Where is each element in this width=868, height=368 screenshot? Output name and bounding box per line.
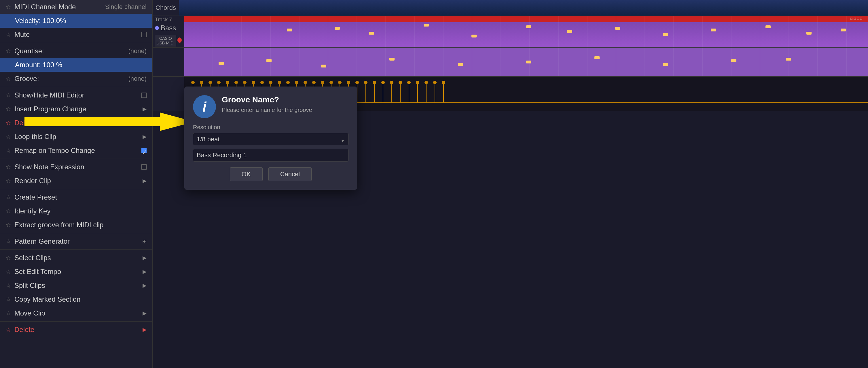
svg-point-27 bbox=[304, 81, 307, 84]
menu-item-render-clip[interactable]: ☆ Render Clip ▶ bbox=[0, 174, 152, 188]
menu-label-velocity: Velocity: 100.0% bbox=[6, 17, 66, 25]
midi-note-2 bbox=[267, 59, 272, 62]
resolution-select[interactable]: 1/8 beat 1/16 beat 1/4 beat bbox=[193, 133, 348, 145]
menu-label-render-clip: Render Clip bbox=[14, 177, 51, 185]
menu-label-identify-key: Identify Key bbox=[14, 207, 51, 215]
svg-point-23 bbox=[286, 81, 289, 84]
midi-note bbox=[841, 29, 846, 31]
note-expr-checkbox[interactable] bbox=[142, 164, 147, 170]
chords-track: Chords bbox=[153, 0, 868, 16]
arrow-icon-render: ▶ bbox=[143, 178, 147, 184]
dialog-buttons: OK Cancel bbox=[193, 167, 348, 181]
svg-point-45 bbox=[381, 81, 384, 84]
menu-item-set-tempo[interactable]: ☆ Set Edit Tempo ▶ bbox=[0, 265, 152, 279]
midi-note-2 bbox=[731, 59, 736, 62]
star-icon-copy: ☆ bbox=[6, 296, 11, 303]
arrow-icon-select: ▶ bbox=[143, 255, 147, 261]
clip-icon-4: □ bbox=[860, 17, 862, 21]
menu-item-copy-marked[interactable]: ☆ Copy Marked Section bbox=[0, 292, 152, 306]
ok-button[interactable]: OK bbox=[230, 167, 262, 181]
star-icon-groove: ☆ bbox=[6, 75, 11, 82]
svg-point-57 bbox=[433, 81, 436, 84]
svg-point-5 bbox=[209, 81, 212, 84]
svg-point-43 bbox=[373, 81, 376, 84]
svg-point-13 bbox=[243, 81, 246, 84]
clip-icon-3: □ bbox=[857, 17, 859, 21]
star-icon-identify: ☆ bbox=[6, 208, 11, 215]
menu-item-velocity[interactable]: Velocity: 100.0% bbox=[0, 14, 152, 28]
menu-item-midi-channel[interactable]: ☆ MIDI Channel Mode Single channel bbox=[0, 0, 152, 14]
menu-item-move-clip[interactable]: ☆ Move Clip ▶ bbox=[0, 306, 152, 320]
star-icon: ☆ bbox=[6, 3, 11, 10]
menu-label-remap-tempo: Remap on Tempo Change bbox=[14, 146, 95, 154]
midi-note bbox=[471, 35, 476, 37]
arrow-icon-del: ▶ bbox=[143, 327, 147, 333]
bass-label: Bass bbox=[155, 24, 182, 32]
menu-item-split-clips[interactable]: ☆ Split Clips ▶ bbox=[0, 279, 152, 292]
star-icon-set-tempo: ☆ bbox=[6, 268, 11, 275]
midi-note-2 bbox=[458, 63, 463, 66]
star-icon-mute: ☆ bbox=[6, 31, 11, 38]
star-icon-split: ☆ bbox=[6, 282, 11, 289]
menu-item-note-expr[interactable]: ☆ Show Note Expression bbox=[0, 160, 152, 174]
menu-item-delete[interactable]: ☆ Delete ▶ bbox=[0, 323, 152, 337]
arrow-icon-split: ▶ bbox=[143, 282, 147, 289]
menu-item-pattern-gen[interactable]: ☆ Pattern Generator ⊞ bbox=[0, 234, 152, 248]
red-clip-bar: □ □ □ □ bbox=[184, 16, 868, 22]
menu-label-create-preset: Create Preset bbox=[14, 193, 57, 201]
second-track-content bbox=[184, 48, 868, 76]
menu-item-create-preset[interactable]: ☆ Create Preset bbox=[0, 190, 152, 204]
clip-icon-1: □ bbox=[850, 17, 852, 21]
menu-item-remap-tempo[interactable]: ☆ Remap on Tempo Change ✓ bbox=[0, 144, 152, 158]
menu-item-extract-groove[interactable]: ☆ Extract groove from MIDI clip bbox=[0, 218, 152, 232]
menu-item-select-clips[interactable]: ☆ Select Clips ▶ bbox=[0, 251, 152, 265]
star-icon-del: ☆ bbox=[6, 326, 11, 333]
menu-label-show-hide-midi: Show/Hide MIDI Editor bbox=[14, 91, 84, 99]
arrow-icon-move: ▶ bbox=[143, 310, 147, 316]
mute-checkbox[interactable] bbox=[142, 32, 147, 37]
menu-label-note-expr: Show Note Expression bbox=[14, 163, 84, 171]
menu-value-midi-channel: Single channel bbox=[105, 3, 147, 11]
menu-item-mute[interactable]: ☆ Mute bbox=[0, 28, 152, 41]
midi-note bbox=[711, 29, 716, 31]
groove-name-input[interactable] bbox=[193, 149, 348, 162]
svg-point-19 bbox=[269, 81, 272, 84]
menu-item-groove[interactable]: ☆ Groove: (none) bbox=[0, 72, 152, 86]
remap-checkbox[interactable]: ✓ bbox=[142, 148, 147, 153]
star-icon-create-preset: ☆ bbox=[6, 194, 11, 201]
midi-note bbox=[766, 25, 771, 28]
svg-point-37 bbox=[347, 81, 350, 84]
menu-label-loop-clip: Loop this Clip bbox=[14, 133, 56, 141]
menu-item-show-hide-midi[interactable]: ☆ Show/Hide MIDI Editor bbox=[0, 88, 152, 102]
star-icon-quantise: ☆ bbox=[6, 48, 11, 55]
clip-icon-2: □ bbox=[854, 17, 856, 21]
menu-item-identify-key[interactable]: ☆ Identify Key bbox=[0, 204, 152, 218]
resolution-select-wrapper: 1/8 beat 1/16 beat 1/4 beat bbox=[193, 133, 348, 149]
second-track-row bbox=[153, 48, 868, 77]
menu-label-pattern-gen: Pattern Generator bbox=[14, 237, 70, 246]
svg-point-1 bbox=[191, 81, 194, 84]
svg-point-17 bbox=[260, 81, 264, 84]
show-hide-checkbox[interactable] bbox=[142, 92, 147, 98]
dialog-header: i Groove Name? Please enter a name for t… bbox=[193, 95, 348, 118]
menu-item-quantise[interactable]: ☆ Quantise: (none) bbox=[0, 44, 152, 58]
svg-point-15 bbox=[252, 81, 255, 84]
svg-point-7 bbox=[217, 81, 220, 84]
midi-note bbox=[615, 27, 620, 30]
cancel-button[interactable]: Cancel bbox=[269, 167, 312, 181]
groove-name-dialog: i Groove Name? Please enter a name for t… bbox=[184, 87, 357, 190]
menu-label-mute: Mute bbox=[14, 31, 30, 39]
svg-point-59 bbox=[442, 81, 445, 84]
midi-note bbox=[663, 33, 668, 36]
arrow-icon-loop: ▶ bbox=[143, 134, 147, 140]
dialog-subtitle: Please enter a name for the groove bbox=[222, 107, 312, 113]
svg-point-29 bbox=[312, 81, 315, 84]
bass-midi-region[interactable]: □ □ □ □ bbox=[184, 16, 868, 47]
midi-note bbox=[287, 29, 292, 31]
context-menu: ☆ MIDI Channel Mode Single channel Veloc… bbox=[0, 0, 153, 368]
svg-point-41 bbox=[364, 81, 367, 84]
menu-item-amount[interactable]: Amount: 100 % bbox=[0, 58, 152, 72]
menu-label-amount: Amount: 100 % bbox=[6, 61, 62, 69]
svg-point-55 bbox=[425, 81, 428, 84]
divider-4 bbox=[0, 189, 152, 189]
